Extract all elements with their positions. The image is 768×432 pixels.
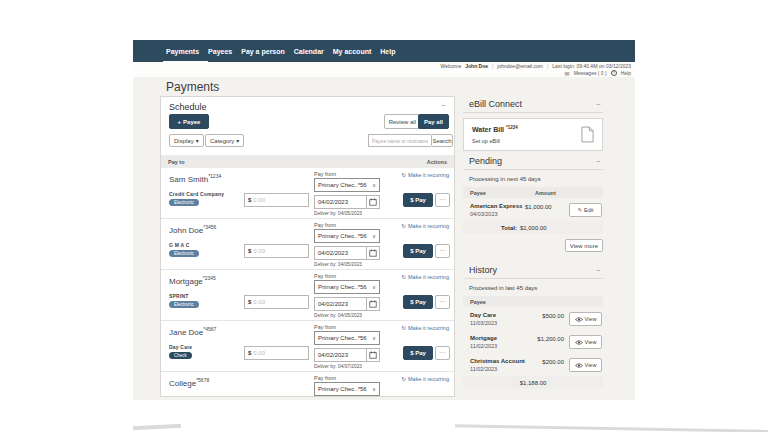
make-recurring-link[interactable]: ↻ Make it recurring — [401, 223, 449, 229]
pay-from-select[interactable]: Primary Chec..*56 ∨ — [314, 280, 380, 294]
chevron-down-icon: ∨ — [372, 386, 376, 392]
payment-row: Mortgage*2345 SPRINT Electronic $ Pay fr… — [161, 270, 454, 321]
more-actions-button[interactable]: ⋯ — [435, 295, 450, 309]
payee-search: Search — [368, 134, 453, 147]
payee-name[interactable]: John Doe*3456 — [169, 224, 216, 235]
calendar-icon[interactable] — [366, 298, 379, 310]
amount-input[interactable] — [253, 248, 305, 254]
amount-input[interactable] — [253, 350, 305, 356]
collapse-icon[interactable]: − — [596, 100, 601, 109]
history-date: 11/03/2023 — [470, 320, 525, 326]
more-actions-button[interactable]: ⋯ — [435, 244, 450, 258]
history-row: Day Care 11/03/2023 $500.00 View — [463, 307, 603, 330]
amount-column-header: Amount — [535, 190, 603, 196]
nav-item-payees[interactable]: Payees — [208, 48, 232, 55]
chevron-down-icon: ∨ — [372, 284, 376, 290]
edit-button[interactable]: ✎ Edit — [569, 203, 602, 217]
calendar-icon[interactable] — [366, 196, 379, 208]
payment-row: John Doe*3456 G M A C Electronic $ Pay f… — [161, 219, 454, 270]
history-amount: $200.00 — [525, 358, 567, 372]
payee-name[interactable]: Mortgage*2345 — [169, 275, 216, 286]
setup-ebill-link[interactable]: Set up eBill — [472, 138, 518, 144]
ebill-connect-title: eBill Connect — [469, 99, 522, 109]
date-field: 04/02/2023 — [314, 195, 380, 209]
make-recurring-link[interactable]: ↻ Make it recurring — [401, 325, 449, 331]
pay-all-button[interactable]: Pay all — [418, 114, 449, 129]
nav-item-payments[interactable]: Payments — [166, 48, 199, 55]
payment-row: Jane Doe*4567 Day Care Check $ Pay from … — [161, 321, 454, 372]
pay-button[interactable]: $ Pay — [403, 244, 433, 258]
amount-field: $ — [244, 193, 309, 207]
pending-payee: American Express — [470, 203, 525, 209]
view-button[interactable]: View — [569, 312, 602, 326]
help-link[interactable]: Help — [621, 70, 631, 76]
date-input[interactable]: 04/02/2023 — [315, 250, 366, 256]
payee-company: Credit Card Company — [169, 191, 224, 197]
review-all-button[interactable]: Review all — [384, 114, 421, 129]
last-login-text: Last login: 09:40 AM on 03/12/2023 — [552, 63, 631, 69]
payee-company: Day Care — [169, 344, 192, 350]
amount-input[interactable] — [253, 299, 305, 305]
method-badge: Check — [169, 352, 192, 359]
search-input[interactable] — [368, 134, 431, 147]
payee-name[interactable]: Sam Smith*1234 — [169, 173, 221, 184]
pay-from-label: Pay from — [314, 375, 336, 381]
pay-from-select[interactable]: Primary Chec..*56 ∨ — [314, 229, 380, 243]
messages-link[interactable]: Messages ( 0 ) — [574, 70, 607, 76]
view-more-button[interactable]: View more — [565, 239, 603, 252]
eye-icon — [575, 317, 583, 322]
add-payee-button[interactable]: + Payee — [169, 114, 209, 129]
nav-item-calendar[interactable]: Calendar — [294, 48, 324, 55]
messages-icon: ✉ — [565, 70, 570, 77]
collapse-icon[interactable]: − — [596, 157, 601, 166]
make-recurring-link[interactable]: ↻ Make it recurring — [401, 376, 449, 382]
pay-from-label: Pay from — [314, 324, 336, 330]
pay-button[interactable]: $ Pay — [403, 346, 433, 360]
pay-from-select[interactable]: Primary Chec..*56 ∨ — [314, 382, 380, 396]
nav-item-pay-a-person[interactable]: Pay a person — [241, 48, 285, 55]
date-input[interactable]: 04/02/2023 — [315, 199, 366, 205]
payee-name[interactable]: College*5678 — [169, 377, 209, 388]
pending-total-row: Total: $1,000.00 — [463, 221, 603, 234]
collapse-icon[interactable]: − — [596, 266, 601, 275]
search-button[interactable]: Search — [431, 134, 453, 147]
chevron-down-icon: ▾ — [196, 137, 199, 144]
more-actions-button[interactable]: ⋯ — [435, 346, 450, 360]
recurring-icon: ↻ — [401, 376, 406, 382]
payee-name[interactable]: Jane Doe*4567 — [169, 326, 216, 337]
date-input[interactable]: 04/02/2023 — [315, 301, 366, 307]
pay-button[interactable]: $ Pay — [403, 193, 433, 207]
more-actions-button[interactable]: ⋯ — [435, 193, 450, 207]
amount-input[interactable] — [253, 197, 305, 203]
history-title: History — [469, 265, 497, 275]
view-button[interactable]: View — [569, 335, 602, 349]
nav-item-my-account[interactable]: My account — [333, 48, 372, 55]
pay-from-label: Pay from — [314, 171, 336, 177]
pending-total-amount: $1,000.00 — [520, 225, 547, 231]
pay-from-select[interactable]: Primary Chec..*56 ∨ — [314, 178, 380, 192]
user-email[interactable]: johndoe@email.com — [497, 63, 543, 69]
payment-rows: Sam Smith*1234 Credit Card Company Elect… — [161, 168, 454, 397]
history-date: 11/02/2023 — [470, 366, 525, 372]
calendar-icon[interactable] — [366, 247, 379, 259]
pay-from-select[interactable]: Primary Chec..*56 ∨ — [314, 331, 380, 345]
amount-field: $ — [244, 295, 309, 309]
page-title: Payments — [166, 80, 219, 94]
date-input[interactable]: 04/02/2023 — [315, 352, 366, 358]
display-dropdown[interactable]: Display ▾ — [169, 134, 204, 147]
calendar-icon[interactable] — [366, 349, 379, 361]
date-field: 04/02/2023 — [314, 348, 380, 362]
nav-item-help[interactable]: Help — [380, 48, 395, 55]
make-recurring-link[interactable]: ↻ Make it recurring — [401, 274, 449, 280]
chevron-down-icon: ∨ — [372, 182, 376, 188]
collapse-icon[interactable]: − — [441, 101, 446, 110]
view-button[interactable]: View — [569, 358, 602, 372]
pending-amount: $1,000.00 — [525, 203, 565, 217]
category-dropdown[interactable]: Category ▾ — [205, 134, 244, 147]
make-recurring-link[interactable]: ↻ Make it recurring — [401, 172, 449, 178]
history-total-row: $1,188.00 — [463, 376, 603, 389]
pay-button[interactable]: $ Pay — [403, 295, 433, 309]
edit-icon: ✎ — [577, 207, 582, 213]
payment-row: College*5678 Pay from Primary Chec..*56 … — [161, 372, 454, 397]
schedule-card: Schedule − + Payee Review all Pay all Di… — [160, 96, 455, 397]
